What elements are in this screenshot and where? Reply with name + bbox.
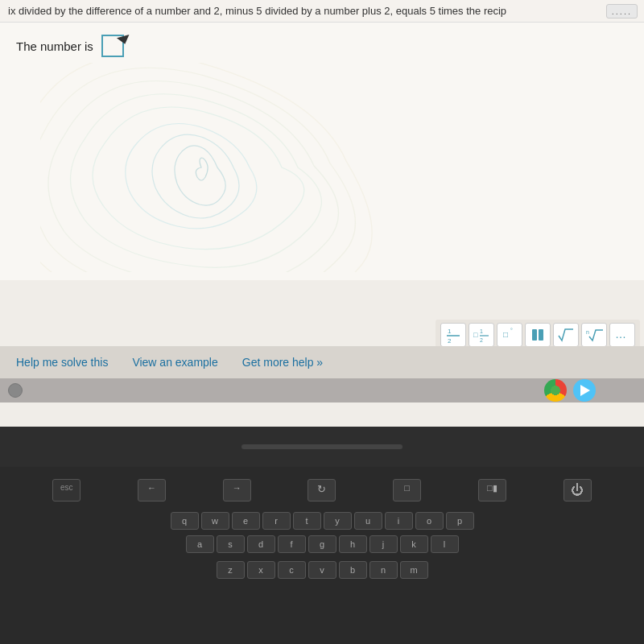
svg-text:□: □ — [503, 330, 508, 339]
keyboard-area: esc ← → ↻ □ □▮ ⏻ q w e r t y u i o p a s… — [0, 427, 644, 644]
refresh-key[interactable]: ↻ — [308, 479, 336, 502]
help-solve-link[interactable]: Help me solve this — [16, 356, 108, 369]
svg-text:2: 2 — [480, 337, 483, 343]
fraction-btn[interactable]: 12 — [440, 323, 466, 347]
key-b[interactable]: b — [339, 561, 367, 579]
svg-rect-9 — [532, 329, 537, 341]
sqrt-btn[interactable] — [553, 323, 579, 347]
svg-text:°: ° — [510, 328, 513, 333]
key-p[interactable]: p — [446, 512, 474, 530]
answer-label-text: The number is — [16, 39, 93, 53]
split-key[interactable]: □▮ — [478, 479, 506, 502]
esc-key[interactable]: esc — [52, 479, 80, 502]
key-w[interactable]: w — [201, 512, 229, 530]
key-g[interactable]: g — [308, 535, 336, 553]
key-q[interactable]: q — [171, 512, 199, 530]
play-triangle — [580, 385, 590, 396]
svg-text:n: n — [586, 329, 589, 335]
degree-btn[interactable]: □° — [497, 323, 522, 347]
view-example-link[interactable]: View an example — [132, 356, 217, 369]
svg-text:□: □ — [473, 331, 478, 339]
key-z[interactable]: z — [217, 561, 245, 579]
play-icon — [573, 379, 596, 402]
mixed-fraction-btn[interactable]: □12 — [469, 323, 494, 347]
problem-bar: ix divided by the difference of a number… — [0, 0, 644, 23]
key-h[interactable]: h — [339, 535, 367, 553]
browser-circle-btn[interactable] — [8, 383, 23, 398]
svg-text:1: 1 — [448, 328, 452, 335]
content-area: The number is — [0, 23, 644, 280]
browser-bar — [0, 378, 644, 402]
power-key[interactable]: ⏻ — [564, 479, 592, 502]
trackpad-indicator — [242, 444, 402, 449]
dots-indicator[interactable]: ..... — [606, 4, 638, 19]
action-bar: Help me solve this View an example Get m… — [0, 346, 644, 378]
svg-text:…: … — [615, 328, 626, 341]
key-n[interactable]: n — [369, 561, 398, 579]
key-m[interactable]: m — [400, 561, 428, 579]
chrome-icon — [544, 379, 567, 402]
key-u[interactable]: u — [354, 512, 382, 530]
nthroot-btn[interactable]: n — [581, 323, 607, 347]
key-r[interactable]: r — [262, 512, 291, 530]
key-x[interactable]: x — [247, 561, 275, 579]
svg-text:2: 2 — [448, 337, 452, 344]
key-f[interactable]: f — [278, 535, 306, 553]
key-a[interactable]: a — [186, 535, 214, 553]
key-k[interactable]: k — [400, 535, 428, 553]
key-t[interactable]: t — [293, 512, 321, 530]
svg-text:1: 1 — [480, 328, 483, 334]
key-y[interactable]: y — [324, 512, 352, 530]
key-l[interactable]: l — [431, 535, 459, 553]
laptop-screen: ix divided by the difference of a number… — [0, 0, 644, 427]
browser-icons — [544, 379, 596, 402]
key-v[interactable]: v — [308, 561, 336, 579]
back-key[interactable]: ← — [138, 479, 166, 502]
absolute-btn[interactable] — [525, 323, 551, 347]
number-label-row: The number is — [16, 35, 628, 57]
wave-decoration — [40, 63, 443, 272]
keyboard-row: esc ← → ↻ □ □▮ ⏻ — [0, 467, 644, 508]
svg-rect-10 — [539, 329, 543, 341]
key-c[interactable]: c — [278, 561, 306, 579]
problem-text: ix divided by the difference of a number… — [8, 5, 506, 17]
key-i[interactable]: i — [385, 512, 413, 530]
forward-key[interactable]: → — [223, 479, 251, 502]
key-o[interactable]: o — [415, 512, 444, 530]
key-j[interactable]: j — [369, 535, 398, 553]
key-e[interactable]: e — [232, 512, 260, 530]
get-more-help-link[interactable]: Get more help » — [242, 356, 323, 369]
window-key[interactable]: □ — [393, 479, 421, 502]
key-d[interactable]: d — [247, 535, 275, 553]
key-s[interactable]: s — [217, 535, 245, 553]
more-math-btn[interactable]: … — [609, 323, 635, 347]
